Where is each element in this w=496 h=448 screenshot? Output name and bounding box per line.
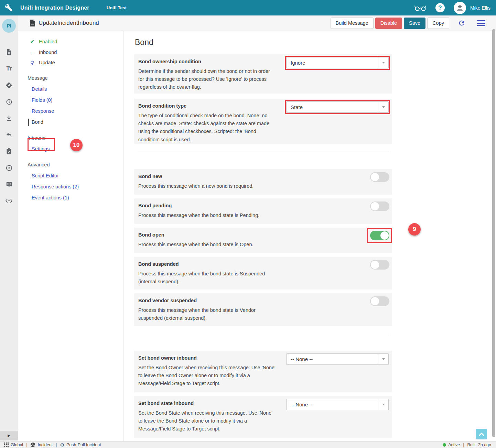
select-value: -- None --: [287, 354, 378, 364]
sync-icon: [29, 60, 35, 65]
card-bond-condition-type: Bond condition type The type of conditio…: [134, 99, 392, 144]
run-icon[interactable]: [0, 160, 18, 176]
page-title: UpdateIncidentInbound: [39, 20, 99, 26]
arrow-left-icon: ←: [29, 49, 35, 55]
chevron-down-icon: [378, 354, 388, 364]
sidebar-item-label: Response actions (2): [32, 184, 79, 189]
help-icon[interactable]: ?: [435, 3, 445, 12]
bond-condition-type-select[interactable]: State: [286, 101, 389, 113]
tasks-icon[interactable]: [0, 143, 18, 160]
menu-icon[interactable]: [476, 18, 486, 28]
top-navbar: Unifi Integration Designer Unifi Test ? …: [0, 0, 496, 15]
toggle-knob: [371, 202, 379, 210]
user-avatar[interactable]: [454, 2, 466, 14]
separator: |: [26, 442, 27, 447]
refresh-icon[interactable]: [456, 18, 467, 28]
sidebar-item-label: Details: [32, 86, 47, 92]
field-label: Set bond state inbound: [138, 401, 282, 406]
select-value: Ignore: [287, 57, 378, 68]
disable-button[interactable]: Disable: [375, 18, 402, 29]
incident-icon: [30, 442, 35, 447]
bond-ownership-condition-select[interactable]: Ignore: [286, 57, 389, 68]
separator: |: [56, 442, 57, 447]
statusbar-label: Active: [448, 442, 460, 447]
set-bond-owner-inbound-select[interactable]: -- None --: [286, 353, 389, 365]
sidebar-item-update[interactable]: Update: [18, 57, 123, 68]
build-message-button[interactable]: Build Message: [331, 18, 374, 29]
sidebar-item-label: Update: [39, 60, 55, 65]
field-description: Process this message when the bond state…: [138, 306, 276, 322]
divider: [138, 152, 389, 152]
statusbar-active: Active: [443, 442, 460, 447]
field-label: Set bond owner inbound: [138, 355, 282, 361]
statusbar-push-pull-incident[interactable]: ⚙ Push-Pull Incident: [60, 442, 101, 447]
statusbar-label: Global: [11, 442, 23, 447]
copy-button[interactable]: Copy: [427, 18, 449, 29]
sidebar-item-fields[interactable]: Fields (0): [18, 95, 123, 106]
select-value: State: [287, 102, 378, 112]
sidebar-item-script-editor[interactable]: Script Editor: [18, 170, 123, 181]
icon-rail: PI TT ▶: [0, 15, 18, 441]
sidebar-item-bond[interactable]: Bond: [18, 117, 123, 128]
save-button[interactable]: Save: [404, 18, 425, 29]
sidebar-item-label: Inbound: [39, 50, 57, 55]
sidebar-item-response[interactable]: Response: [18, 106, 123, 117]
sidebar-item-settings[interactable]: Settings: [18, 143, 123, 154]
text-icon[interactable]: TT: [0, 61, 18, 77]
field-label: Bond new: [138, 174, 282, 179]
glasses-icon[interactable]: [414, 4, 427, 11]
book-icon[interactable]: [0, 176, 18, 193]
wrench-icon[interactable]: [5, 4, 13, 12]
statusbar-incident[interactable]: Incident: [30, 442, 53, 447]
navigation-icon[interactable]: [0, 77, 18, 94]
rail-collapse-button[interactable]: ▶: [0, 431, 18, 440]
field-label: Bond suspended: [138, 261, 282, 267]
integration-avatar[interactable]: PI: [2, 19, 16, 33]
document-icon[interactable]: [0, 44, 18, 61]
field-description: Determine if the sender should own the b…: [138, 67, 276, 91]
code-icon[interactable]: [0, 193, 18, 209]
separator: |: [463, 442, 464, 447]
vertical-scrollbar[interactable]: [492, 29, 495, 437]
card-set-bond-owner-inbound: Set bond owner inbound Set the Bond Owne…: [134, 351, 392, 392]
field-label: Bond ownership condition: [138, 59, 282, 64]
download-icon[interactable]: [0, 110, 18, 127]
statusbar-global[interactable]: Global: [4, 442, 23, 447]
card-bond-suspended: Bond suspended Process this message when…: [134, 257, 392, 289]
sidebar-item-event-actions[interactable]: Event actions (1): [18, 192, 123, 203]
main-content: Bond Bond ownership condition Determine …: [124, 31, 493, 441]
sidebar-section-advanced: Advanced: [28, 160, 123, 170]
field-description: Process this message when the bond state…: [138, 211, 276, 219]
sidebar-item-label: Settings: [32, 146, 50, 152]
scroll-to-top-button[interactable]: [476, 429, 487, 439]
field-label: Bond vendor suspended: [138, 298, 282, 303]
grid-icon: [4, 442, 9, 447]
check-icon: ✔: [29, 39, 35, 44]
bond-new-toggle[interactable]: [370, 172, 389, 182]
active-dot-icon: [443, 443, 446, 447]
sidebar-item-response-actions[interactable]: Response actions (2): [18, 181, 123, 192]
document-icon: [29, 19, 36, 27]
card-bond-pending: Bond pending Process this message when t…: [134, 198, 392, 224]
environment-label[interactable]: Unifi Test: [107, 5, 127, 10]
bond-suspended-toggle[interactable]: [370, 260, 389, 270]
sidebar-item-enabled[interactable]: ✔ Enabled: [18, 36, 123, 47]
reply-icon[interactable]: [0, 127, 18, 143]
bond-open-toggle[interactable]: [370, 231, 389, 240]
field-label: Bond condition type: [138, 103, 282, 109]
divider: [138, 335, 389, 335]
bond-vendor-suspended-toggle[interactable]: [370, 296, 389, 306]
set-bond-state-inbound-select[interactable]: -- None --: [286, 399, 389, 410]
status-bar: Global | Incident | ⚙ Push-Pull Incident…: [0, 441, 496, 448]
sidebar-item-inbound-direction[interactable]: ← Inbound: [18, 47, 123, 57]
history-icon[interactable]: [0, 94, 18, 110]
card-bond-open: Bond open Process this message when the …: [134, 228, 392, 253]
field-description: Process this message when the bond state…: [138, 270, 276, 286]
statusbar-built-label: Built: 2h ago: [467, 442, 492, 447]
sidebar-item-label: Script Editor: [32, 173, 59, 178]
bond-pending-toggle[interactable]: [370, 201, 389, 211]
gear-icon: ⚙: [60, 442, 64, 447]
card-set-bond-state-inbound: Set bond state inbound Set the Bond Stat…: [134, 396, 392, 438]
field-label: Bond open: [138, 232, 282, 238]
sidebar-item-details[interactable]: Details: [18, 84, 123, 95]
